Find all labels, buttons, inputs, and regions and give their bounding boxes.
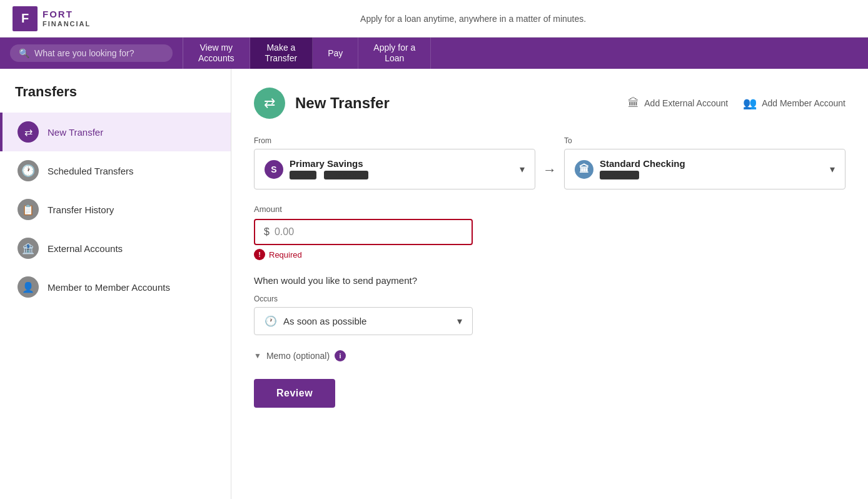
to-label: To xyxy=(564,136,845,145)
scheduled-transfers-icon: 🕐 xyxy=(18,160,39,181)
to-column: To 🏛 Standard Checking •••••• ▾ xyxy=(564,136,845,189)
memo-section: ▼ Memo (optional) i xyxy=(254,350,845,361)
to-account-name: Standard Checking xyxy=(600,158,824,169)
search-box[interactable]: 🔍 xyxy=(10,44,173,62)
to-account-icon: 🏛 xyxy=(575,160,593,179)
clock-icon: 🕐 xyxy=(265,315,277,327)
add-external-account-link[interactable]: 🏛 Add External Account xyxy=(628,97,728,110)
add-member-account-link[interactable]: 👥 Add Member Account xyxy=(743,96,845,110)
amount-section: Amount $ ! Required xyxy=(254,204,845,260)
to-account-select[interactable]: 🏛 Standard Checking •••••• ▾ xyxy=(564,149,845,189)
memo-info-icon[interactable]: i xyxy=(335,350,346,361)
add-member-label: Add Member Account xyxy=(762,98,845,108)
logo-fort: FORT xyxy=(43,9,91,20)
header: F FORT FINANCIAL Apply for a loan anytim… xyxy=(0,0,868,38)
sidebar-item-transfer-history[interactable]: 📋 Transfer History xyxy=(0,190,231,229)
main-layout: Transfers ⇄ New Transfer 🕐 Scheduled Tra… xyxy=(0,69,868,499)
page-title: New Transfer xyxy=(295,94,390,112)
payment-section: When would you like to send payment? Occ… xyxy=(254,275,845,335)
occurs-text: As soon as possible xyxy=(283,316,451,326)
sidebar-item-label: External Accounts xyxy=(48,243,123,254)
from-column: From S Primary Savings •••••••• ••••••••… xyxy=(254,136,535,189)
to-account-balance: •••••• xyxy=(600,171,639,179)
occurs-chevron: ▾ xyxy=(457,315,462,327)
from-account-icon: S xyxy=(265,160,283,179)
search-section: 🔍 xyxy=(0,38,183,69)
banner-tagline: Apply for a loan anytime, anywhere in a … xyxy=(360,14,586,24)
member-accounts-icon: 👤 xyxy=(18,276,39,298)
sidebar-item-scheduled-transfers[interactable]: 🕐 Scheduled Transfers xyxy=(0,151,231,190)
sidebar-item-label: Scheduled Transfers xyxy=(48,166,134,176)
nav-item-apply-loan[interactable]: Apply for a Loan xyxy=(358,38,431,69)
logo: F FORT FINANCIAL xyxy=(13,6,91,31)
dollar-sign: $ xyxy=(264,226,270,238)
from-account-select[interactable]: S Primary Savings •••••••• •••••••• ▾ xyxy=(254,149,535,189)
amount-label: Amount xyxy=(254,204,845,214)
payment-question: When would you like to send payment? xyxy=(254,275,845,286)
person-icon: 👥 xyxy=(743,96,757,110)
amount-input[interactable] xyxy=(275,226,463,238)
logo-financial: FINANCIAL xyxy=(43,20,91,28)
from-account-balance: •••••••• xyxy=(324,171,368,179)
review-button[interactable]: Review xyxy=(254,379,335,408)
from-account-info: Primary Savings •••••••• •••••••• xyxy=(290,158,513,180)
page-actions: 🏛 Add External Account 👥 Add Member Acco… xyxy=(628,96,845,110)
from-to-row: From S Primary Savings •••••••• ••••••••… xyxy=(254,136,845,189)
transfer-arrow-icon: → xyxy=(543,162,557,178)
logo-text: FORT FINANCIAL xyxy=(43,9,91,28)
memo-arrow-icon: ▼ xyxy=(254,351,261,360)
to-account-chevron: ▾ xyxy=(830,163,835,175)
sidebar-item-label: Member to Member Accounts xyxy=(48,282,170,293)
external-accounts-icon: 🏦 xyxy=(18,238,39,259)
required-message: ! Required xyxy=(254,249,845,260)
occurs-select[interactable]: 🕐 As soon as possible ▾ xyxy=(254,307,473,335)
logo-icon: F xyxy=(13,6,38,31)
amount-input-wrap: $ xyxy=(254,219,473,245)
occurs-label: Occurs xyxy=(254,295,845,303)
search-input[interactable] xyxy=(34,48,159,58)
from-account-name: Primary Savings xyxy=(290,158,513,169)
sidebar-item-label: New Transfer xyxy=(48,127,103,138)
nav-item-view-accounts[interactable]: View my Accounts xyxy=(183,38,250,69)
sidebar-item-external-accounts[interactable]: 🏦 External Accounts xyxy=(0,229,231,268)
search-icon: 🔍 xyxy=(19,48,29,58)
sidebar-item-label: Transfer History xyxy=(48,204,114,215)
nav-item-pay[interactable]: Pay xyxy=(313,38,358,69)
nav-item-make-transfer[interactable]: Make a Transfer xyxy=(250,38,313,69)
to-account-info: Standard Checking •••••• xyxy=(600,158,824,180)
main-nav: 🔍 View my Accounts Make a Transfer Pay A… xyxy=(0,38,868,69)
new-transfer-icon: ⇄ xyxy=(18,121,39,143)
add-external-label: Add External Account xyxy=(644,98,728,108)
page-header: ⇄ New Transfer 🏛 Add External Account 👥 … xyxy=(254,88,845,119)
transfer-history-icon: 📋 xyxy=(18,199,39,220)
memo-toggle[interactable]: ▼ Memo (optional) i xyxy=(254,350,845,361)
bank-icon: 🏛 xyxy=(628,97,639,110)
sidebar-item-new-transfer[interactable]: ⇄ New Transfer xyxy=(0,113,231,151)
sidebar-item-member-accounts[interactable]: 👤 Member to Member Accounts xyxy=(0,268,231,306)
required-icon: ! xyxy=(254,249,265,260)
from-label: From xyxy=(254,136,535,145)
memo-label: Memo (optional) xyxy=(266,351,330,361)
main-content: ⇄ New Transfer 🏛 Add External Account 👥 … xyxy=(231,69,868,499)
from-account-chevron: ▾ xyxy=(520,163,525,175)
required-text: Required xyxy=(269,250,302,260)
sidebar: Transfers ⇄ New Transfer 🕐 Scheduled Tra… xyxy=(0,69,231,499)
from-account-number: •••••••• xyxy=(290,171,316,179)
page-header-icon: ⇄ xyxy=(254,88,285,119)
sidebar-title: Transfers xyxy=(0,84,231,113)
